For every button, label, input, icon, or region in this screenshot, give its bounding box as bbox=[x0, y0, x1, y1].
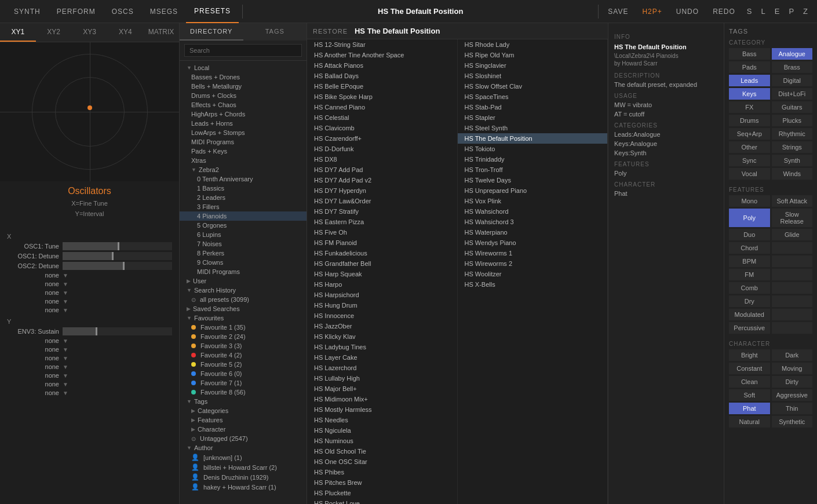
nav-synth[interactable]: SYNTH bbox=[6, 0, 49, 23]
preset-col1-item-9[interactable]: HS Czarendorff+ bbox=[307, 133, 457, 144]
param-slider-x-1[interactable] bbox=[63, 252, 172, 260]
preset-col1-item-32[interactable]: HS Lullaby High bbox=[307, 373, 457, 384]
tree-item-4[interactable]: Effects + Chaos bbox=[180, 100, 307, 109]
param-slider-y-0[interactable] bbox=[63, 327, 172, 335]
tree-item-7[interactable]: LowArps + Stomps bbox=[180, 128, 307, 137]
category-tag-other[interactable]: Other bbox=[729, 141, 770, 153]
preset-col1-item-39[interactable]: HS Old School Tie bbox=[307, 446, 457, 456]
feature-tag-Modulated-16[interactable]: Modulated bbox=[729, 309, 770, 320]
preset-col2-item-7[interactable]: HS Stapler bbox=[458, 112, 608, 123]
preset-col2-item-19[interactable]: HS Wendys Piano bbox=[458, 238, 608, 248]
preset-col1-item-38[interactable]: HS Numinous bbox=[307, 436, 457, 446]
tree-item-3[interactable]: Drums + Clocks bbox=[180, 91, 307, 100]
xy-display[interactable] bbox=[0, 42, 179, 181]
search-input[interactable] bbox=[184, 44, 302, 57]
char-l[interactable]: L bbox=[757, 5, 768, 18]
category-tag-pads[interactable]: Pads bbox=[729, 61, 770, 73]
tree-item-10[interactable]: Xtras bbox=[180, 156, 307, 165]
preset-col1-item-18[interactable]: HS Five Oh bbox=[307, 227, 457, 238]
char-e[interactable]: E bbox=[771, 5, 783, 18]
preset-col1-item-2[interactable]: HS Attack Pianos bbox=[307, 60, 457, 71]
preset-col1-item-15[interactable]: HS DY7 Law&Order bbox=[307, 196, 457, 206]
character-tag-natural[interactable]: Natural bbox=[729, 416, 770, 428]
tree-item-45[interactable]: 👤hakey + Howard Scarr (1) bbox=[180, 482, 307, 492]
char-p[interactable]: P bbox=[785, 5, 797, 18]
preset-col1-item-13[interactable]: HS DY7 Add Pad v2 bbox=[307, 175, 457, 185]
preset-col2-item-14[interactable]: HS Unprepared Piano bbox=[458, 185, 608, 196]
character-tag-soft[interactable]: Soft bbox=[729, 389, 770, 401]
character-tag-aggressive[interactable]: Aggressive bbox=[772, 389, 813, 401]
tree-item-37[interactable]: ▶Categories bbox=[180, 406, 307, 415]
tree-item-23[interactable]: ▶User bbox=[180, 276, 307, 286]
category-tag-plucks[interactable]: Plucks bbox=[772, 115, 813, 126]
preset-col2-item-2[interactable]: HS Singclavier bbox=[458, 60, 608, 71]
preset-col1-item-20[interactable]: HS Funkadelicious bbox=[307, 248, 457, 258]
preset-col1-item-19[interactable]: HS FM Pianoid bbox=[307, 238, 457, 248]
preset-col1-item-25[interactable]: HS Hung Drum bbox=[307, 300, 457, 311]
category-tag-digital[interactable]: Digital bbox=[772, 75, 813, 86]
character-tag-dirty[interactable]: Dirty bbox=[772, 376, 813, 388]
preset-col1-item-14[interactable]: HS DY7 Hyperdyn bbox=[307, 185, 457, 196]
tree-item-38[interactable]: ▶Features bbox=[180, 415, 307, 425]
preset-col2-item-22[interactable]: HS Woolitzer bbox=[458, 269, 608, 279]
preset-col1-item-4[interactable]: HS Belle EPoque bbox=[307, 81, 457, 92]
feature-tag-Chord-6[interactable]: Chord bbox=[729, 242, 770, 254]
preset-col1-item-42[interactable]: HS Pitches Brew bbox=[307, 477, 457, 488]
character-tag-moving[interactable]: Moving bbox=[772, 363, 813, 374]
preset-col1-item-43[interactable]: HS Pluckette bbox=[307, 488, 457, 498]
preset-col1-item-34[interactable]: HS Midimoon Mix+ bbox=[307, 394, 457, 404]
character-tag-synthetic[interactable]: Synthetic bbox=[772, 416, 813, 428]
feature-tag-Soft Attack-1[interactable]: Soft Attack bbox=[772, 195, 813, 207]
tree-item-25[interactable]: ⊙all presets (3099) bbox=[180, 295, 307, 304]
feature-tag-Poly-2[interactable]: Poly bbox=[729, 209, 770, 227]
preset-col1-item-17[interactable]: HS Eastern Pizza bbox=[307, 217, 457, 227]
preset-col2-item-0[interactable]: HS Rhode Lady bbox=[458, 39, 608, 50]
tree-item-1[interactable]: Basses + Drones bbox=[180, 72, 307, 82]
tree-item-2[interactable]: Bells + Metallurgy bbox=[180, 82, 307, 91]
preset-col2-item-12[interactable]: HS Tron-Troff bbox=[458, 165, 608, 175]
feature-tag-Dry-14[interactable]: Dry bbox=[729, 295, 770, 307]
preset-col2-item-13[interactable]: HS Twelve Days bbox=[458, 175, 608, 185]
h2p-button[interactable]: H2P+ bbox=[636, 5, 668, 18]
preset-col1-item-35[interactable]: HS Mostly Harmless bbox=[307, 404, 457, 415]
category-tag-strings[interactable]: Strings bbox=[772, 141, 813, 153]
param-slider-x-0[interactable] bbox=[63, 242, 172, 250]
tab-directory[interactable]: DIRECTORY bbox=[180, 23, 243, 41]
preset-col1-item-7[interactable]: HS Celestial bbox=[307, 112, 457, 123]
preset-col2-item-6[interactable]: HS Stab-Pad bbox=[458, 102, 608, 112]
preset-col1-item-5[interactable]: HS Bike Spoke Harp bbox=[307, 92, 457, 102]
preset-col2-item-4[interactable]: HS Slow Offset Clav bbox=[458, 81, 608, 92]
preset-col2-item-11[interactable]: HS Trinidaddy bbox=[458, 154, 608, 165]
feature-tag-Comb-12[interactable]: Comb bbox=[729, 282, 770, 294]
feature-tag-Mono-0[interactable]: Mono bbox=[729, 195, 770, 207]
preset-col1-item-6[interactable]: HS Canned Piano bbox=[307, 102, 457, 112]
tree-item-21[interactable]: 9 Clowns bbox=[180, 258, 307, 267]
tree-item-42[interactable]: 👤[unknown] (1) bbox=[180, 452, 307, 462]
preset-col2-item-9[interactable]: HS The Default Position bbox=[458, 133, 608, 144]
tree-item-9[interactable]: Pads + Keys bbox=[180, 147, 307, 156]
preset-col1-item-26[interactable]: HS Innocence bbox=[307, 311, 457, 321]
tab-matrix[interactable]: MATRIX bbox=[143, 23, 179, 42]
char-s[interactable]: S bbox=[743, 5, 756, 18]
preset-col1-item-44[interactable]: HS Pocket Love bbox=[307, 498, 457, 504]
preset-col1-item-8[interactable]: HS Clavicomb bbox=[307, 123, 457, 133]
tree-item-6[interactable]: Leads + Horns bbox=[180, 119, 307, 128]
char-z[interactable]: Z bbox=[800, 5, 811, 18]
preset-col1-item-16[interactable]: HS DY7 Stratify bbox=[307, 206, 457, 217]
preset-col1-item-29[interactable]: HS Ladybug Tines bbox=[307, 342, 457, 352]
tree-item-12[interactable]: 0 Tenth Anniversary bbox=[180, 174, 307, 184]
preset-col1-item-28[interactable]: HS Klicky Klav bbox=[307, 331, 457, 342]
feature-tag-Glide-5[interactable]: Glide bbox=[772, 229, 813, 240]
tree-item-13[interactable]: 1 Bassics bbox=[180, 184, 307, 193]
category-tag-fx[interactable]: FX bbox=[729, 101, 770, 113]
preset-col1-item-11[interactable]: HS DX8 bbox=[307, 154, 457, 165]
preset-col1-item-23[interactable]: HS Harpo bbox=[307, 279, 457, 290]
preset-col2-item-18[interactable]: HS Waterpiano bbox=[458, 227, 608, 238]
category-tag-bass[interactable]: Bass bbox=[729, 48, 770, 60]
tree-item-39[interactable]: ▶Character bbox=[180, 425, 307, 434]
preset-col1-item-33[interactable]: HS Major Bell+ bbox=[307, 384, 457, 394]
tree-item-30[interactable]: Favourite 3 (3) bbox=[180, 341, 307, 350]
tree-item-19[interactable]: 7 Noises bbox=[180, 239, 307, 249]
tab-tags[interactable]: TAGS bbox=[243, 23, 307, 41]
tree-item-26[interactable]: ▶Saved Searches bbox=[180, 304, 307, 313]
